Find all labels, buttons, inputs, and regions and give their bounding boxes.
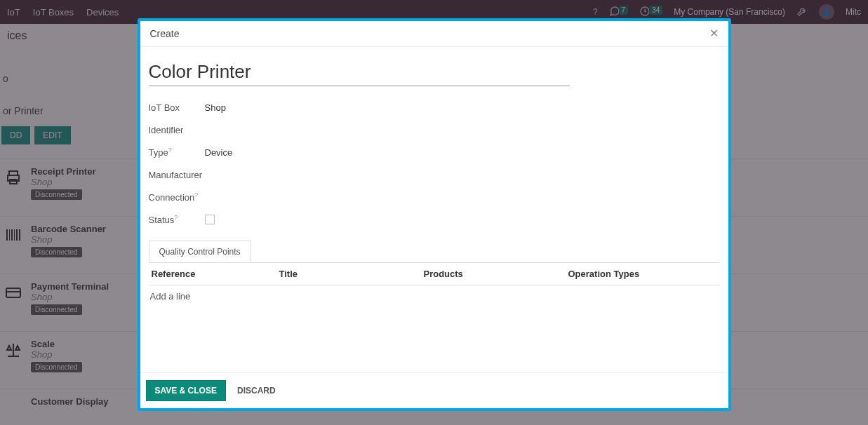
close-icon[interactable]: ✕ [709,28,719,39]
modal-title: Create [150,28,180,39]
status-checkbox[interactable] [205,215,215,224]
save-close-button[interactable]: SAVE & CLOSE [146,380,226,401]
label-status: Status? [149,214,205,225]
value-type[interactable]: Device [205,147,233,158]
tab-qc-points[interactable]: Quality Control Points [149,241,251,262]
label-iot-box: IoT Box [149,102,205,113]
add-line-link[interactable]: Add a line [149,285,720,307]
col-title: Title [279,269,424,279]
col-operation-types: Operation Types [568,269,719,279]
label-type: Type? [149,147,205,158]
label-manufacturer: Manufacturer [149,170,233,180]
discard-button[interactable]: DISCARD [230,380,283,401]
label-identifier: Identifier [149,125,205,135]
create-modal: Create ✕ IoT BoxShop Identifier Type?Dev… [138,18,731,411]
value-iot-box[interactable]: Shop [205,102,226,113]
col-reference: Reference [150,269,279,279]
modal-overlay: Create ✕ IoT BoxShop Identifier Type?Dev… [0,0,868,425]
label-connection: Connection? [149,191,219,203]
col-products: Products [424,269,568,279]
name-input[interactable] [149,60,570,86]
table-header: Reference Title Products Operation Types [149,262,720,285]
